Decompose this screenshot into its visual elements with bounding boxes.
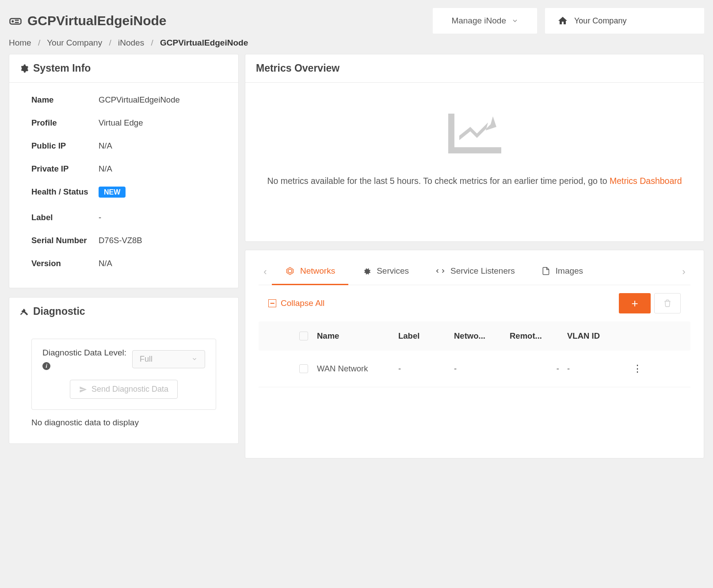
network-icon xyxy=(285,266,295,276)
svg-marker-4 xyxy=(287,267,294,275)
metrics-card: Metrics Overview No metrics available fo… xyxy=(245,54,704,242)
breadcrumb-inodes[interactable]: iNodes xyxy=(118,38,144,47)
diagnostic-level-select[interactable]: Full xyxy=(132,350,205,368)
label-health: Health / Status xyxy=(31,187,99,197)
row-actions-button[interactable]: ⋮ xyxy=(633,363,642,374)
label-name: Name xyxy=(31,95,99,105)
services-icon xyxy=(362,266,371,276)
table-row: WAN Network - - - - ⋮ xyxy=(259,351,690,387)
value-version: N/A xyxy=(99,259,112,268)
collapse-all-button[interactable]: − Collapse All xyxy=(268,298,324,308)
row-vlan: - xyxy=(567,364,625,374)
diagnostic-level-label: Diagnostic Data Level: xyxy=(42,348,126,357)
value-public-ip: N/A xyxy=(99,141,112,151)
page-title-block: GCPVirtualEdgeiNode xyxy=(9,13,167,28)
listeners-icon xyxy=(435,266,445,276)
metrics-dashboard-link[interactable]: Metrics Dashboard xyxy=(610,176,682,186)
row-label: - xyxy=(398,364,454,374)
select-all-checkbox[interactable] xyxy=(299,332,308,340)
tab-prev-button[interactable]: ‹ xyxy=(259,259,272,285)
page-title: GCPVirtualEdgeiNode xyxy=(27,13,167,28)
row-remot: - xyxy=(510,364,567,374)
diagnostic-title: Diagnostic xyxy=(33,305,85,317)
value-name: GCPVirtualEdgeiNode xyxy=(99,95,180,105)
label-version: Version xyxy=(31,259,99,268)
system-info-title: System Info xyxy=(33,62,91,74)
trash-icon xyxy=(663,299,671,307)
metrics-empty-text: No metrics available for the last 5 hour… xyxy=(263,174,686,188)
chart-icon xyxy=(444,109,506,158)
value-profile: Virtual Edge xyxy=(99,118,143,128)
value-serial: D76S-VZ8B xyxy=(99,236,142,245)
device-icon xyxy=(9,14,22,27)
col-header-vlan[interactable]: VLAN ID xyxy=(567,331,625,341)
send-icon xyxy=(79,386,87,393)
chevron-down-icon xyxy=(511,17,519,24)
delete-network-button[interactable] xyxy=(654,293,681,313)
company-card[interactable]: Your Company xyxy=(545,8,704,34)
images-icon xyxy=(541,266,550,276)
info-icon[interactable]: i xyxy=(42,362,50,370)
col-header-name[interactable]: Name xyxy=(317,331,398,341)
svg-point-1 xyxy=(12,21,14,22)
row-netwo: - xyxy=(454,364,510,374)
col-header-remot[interactable]: Remot... xyxy=(510,331,567,341)
send-diagnostic-button[interactable]: Send Diagnostic Data xyxy=(70,380,178,399)
breadcrumb: Home / Your Company / iNodes / GCPVirtua… xyxy=(0,34,713,54)
tab-service-listeners[interactable]: Service Listeners xyxy=(422,259,528,285)
breadcrumb-company[interactable]: Your Company xyxy=(47,38,102,47)
tab-images[interactable]: Images xyxy=(528,259,596,285)
tabs-card: ‹ Networks Services Service Listeners xyxy=(245,250,704,458)
diagnostic-empty-text: No diagnostic data to display xyxy=(31,418,216,428)
row-name[interactable]: WAN Network xyxy=(317,364,398,374)
tab-services[interactable]: Services xyxy=(348,259,422,285)
networks-table: Name Label Netwo... Remot... VLAN ID WAN… xyxy=(259,321,690,387)
metrics-title: Metrics Overview xyxy=(256,62,339,74)
breadcrumb-home[interactable]: Home xyxy=(9,38,31,47)
breadcrumb-current: GCPVirtualEdgeiNode xyxy=(160,38,248,47)
label-serial: Serial Number xyxy=(31,236,99,245)
home-icon xyxy=(557,15,568,26)
label-public-ip: Public IP xyxy=(31,141,99,151)
col-header-label[interactable]: Label xyxy=(398,331,454,341)
collapse-icon: − xyxy=(268,299,276,307)
manage-inode-button[interactable]: Manage iNode xyxy=(433,8,537,34)
chevron-down-icon xyxy=(191,356,198,362)
add-network-button[interactable]: + xyxy=(619,293,651,313)
svg-marker-5 xyxy=(288,269,292,273)
row-checkbox[interactable] xyxy=(299,364,308,373)
tab-next-button[interactable]: › xyxy=(677,259,690,285)
value-private-ip: N/A xyxy=(99,164,112,174)
gear-icon xyxy=(20,64,29,73)
label-private-ip: Private IP xyxy=(31,164,99,174)
diagnostic-card: Diagnostic Diagnostic Data Level: i Full xyxy=(9,297,239,444)
tab-networks[interactable]: Networks xyxy=(272,259,348,285)
system-info-card: System Info NameGCPVirtualEdgeiNode Prof… xyxy=(9,54,239,288)
col-header-netwo[interactable]: Netwo... xyxy=(454,331,510,341)
value-label: - xyxy=(99,213,101,222)
tools-icon xyxy=(20,307,29,316)
label-profile: Profile xyxy=(31,118,99,128)
label-label: Label xyxy=(31,213,99,222)
health-badge: NEW xyxy=(99,187,126,198)
